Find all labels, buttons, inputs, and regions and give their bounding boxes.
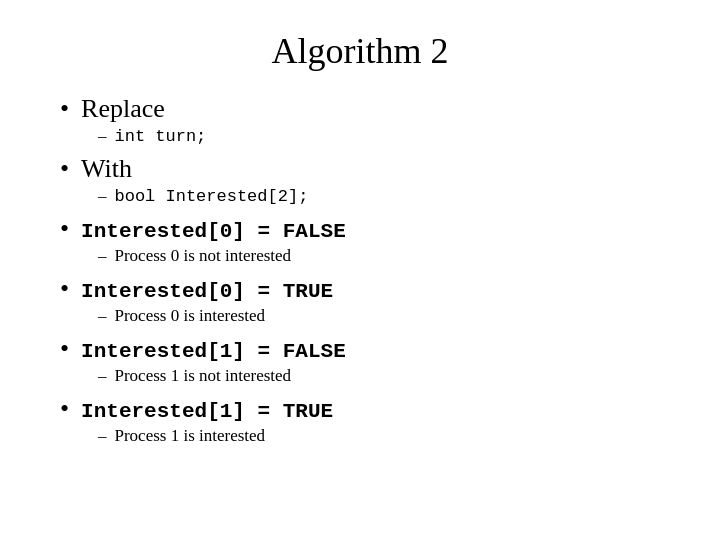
section-int0-true: • Interested[0] = TRUE – Process 0 is in… bbox=[60, 274, 660, 332]
sub-bool: – bool Interested[2]; bbox=[98, 186, 660, 206]
bullet-int0-true: • Interested[0] = TRUE bbox=[60, 274, 660, 304]
bullet-replace: • Replace bbox=[60, 94, 660, 124]
bullet-int0-true-label: Interested[0] = TRUE bbox=[81, 280, 333, 303]
bullet-int0-false: • Interested[0] = FALSE bbox=[60, 214, 660, 244]
bullet-dot-1: • bbox=[60, 94, 69, 124]
sub-int0-false-text: Process 0 is not interested bbox=[115, 246, 292, 266]
bullet-int1-false-label: Interested[1] = FALSE bbox=[81, 340, 346, 363]
sub-bool-text: bool Interested[2]; bbox=[115, 187, 309, 206]
sub-int0-true: – Process 0 is interested bbox=[98, 306, 660, 326]
dash-3: – bbox=[98, 246, 107, 266]
dash-5: – bbox=[98, 366, 107, 386]
dash-6: – bbox=[98, 426, 107, 446]
section-int1-false: • Interested[1] = FALSE – Process 1 is n… bbox=[60, 334, 660, 392]
sub-int-turn-text: int turn; bbox=[115, 127, 207, 146]
section-int0-false: • Interested[0] = FALSE – Process 0 is n… bbox=[60, 214, 660, 272]
slide: Algorithm 2 • Replace – int turn; • With… bbox=[0, 0, 720, 540]
sub-int1-true: – Process 1 is interested bbox=[98, 426, 660, 446]
bullet-dot-4: • bbox=[60, 274, 69, 304]
dash-1: – bbox=[98, 126, 107, 146]
bullet-replace-label: Replace bbox=[81, 94, 165, 124]
bullet-with: • With bbox=[60, 154, 660, 184]
bullet-dot-2: • bbox=[60, 154, 69, 184]
bullet-int1-false: • Interested[1] = FALSE bbox=[60, 334, 660, 364]
bullet-int1-true: • Interested[1] = TRUE bbox=[60, 394, 660, 424]
sub-int1-true-text: Process 1 is interested bbox=[115, 426, 266, 446]
dash-2: – bbox=[98, 186, 107, 206]
section-replace: • Replace – int turn; bbox=[60, 94, 660, 152]
section-with: • With – bool Interested[2]; bbox=[60, 154, 660, 212]
bullet-dot-6: • bbox=[60, 394, 69, 424]
sub-int0-true-text: Process 0 is interested bbox=[115, 306, 266, 326]
bullet-int0-false-label: Interested[0] = FALSE bbox=[81, 220, 346, 243]
section-int1-true: • Interested[1] = TRUE – Process 1 is in… bbox=[60, 394, 660, 452]
bullet-dot-3: • bbox=[60, 214, 69, 244]
sub-int-turn: – int turn; bbox=[98, 126, 660, 146]
dash-4: – bbox=[98, 306, 107, 326]
sub-int0-false: – Process 0 is not interested bbox=[98, 246, 660, 266]
sub-int1-false-text: Process 1 is not interested bbox=[115, 366, 292, 386]
bullet-dot-5: • bbox=[60, 334, 69, 364]
sub-int1-false: – Process 1 is not interested bbox=[98, 366, 660, 386]
bullet-with-label: With bbox=[81, 154, 132, 184]
slide-title: Algorithm 2 bbox=[60, 30, 660, 72]
bullet-int1-true-label: Interested[1] = TRUE bbox=[81, 400, 333, 423]
